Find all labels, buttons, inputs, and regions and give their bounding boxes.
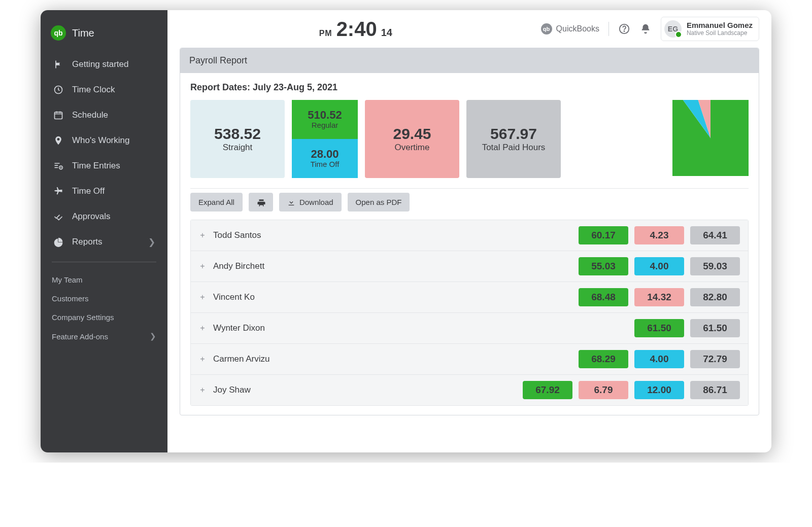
row-cells: 67.926.7912.0086.71 [523, 381, 740, 399]
flag-icon [53, 59, 64, 70]
content: Payroll Report Report Dates: July 23-Aug… [167, 48, 771, 428]
pin-icon [53, 135, 64, 146]
user-chip[interactable]: EG Emmanuel Gomez Native Soil Landscape [661, 17, 759, 41]
expand-row-icon[interactable]: + [199, 355, 206, 364]
sidebar-item-time-clock[interactable]: Time Clock [45, 78, 163, 101]
svg-point-4 [624, 31, 624, 31]
sidebar-sub-company-settings[interactable]: Company Settings [41, 308, 167, 327]
expand-all-button[interactable]: Expand All [190, 193, 243, 212]
cell-overtime: 4.23 [634, 226, 684, 244]
sidebar-sub-customers[interactable]: Customers [41, 289, 167, 308]
overtime-label: Overtime [395, 143, 430, 153]
user-name: Emmanuel Gomez [687, 21, 753, 29]
sidebar-item-time-off[interactable]: Time Off [45, 180, 163, 203]
summary-tiles: 538.52 Straight 510.52 Regular 28.00 [190, 100, 561, 178]
total-label: Total Paid Hours [482, 143, 546, 153]
cell-total: 82.80 [690, 288, 740, 306]
cell-timeoff: 4.00 [634, 350, 684, 368]
sidebar-item-label: Time Entries [72, 161, 120, 171]
notifications-icon[interactable] [639, 23, 652, 35]
cell-regular: 60.17 [579, 226, 628, 244]
expand-row-icon[interactable]: + [199, 385, 206, 395]
regular-value: 510.52 [308, 110, 342, 121]
panel-title: Payroll Report [180, 48, 759, 73]
expand-row-icon[interactable]: + [199, 324, 206, 333]
list-clock-icon [53, 160, 64, 171]
clock-seconds: 14 [381, 27, 392, 39]
table-row: +Joy Shaw67.926.7912.0086.71 [191, 374, 748, 405]
clock: PM 2:40 14 [319, 18, 392, 41]
cell-total: 59.03 [690, 257, 740, 275]
chevron-right-icon: ❯ [150, 332, 156, 341]
divider [190, 188, 749, 189]
print-icon [257, 198, 265, 206]
tile-straight: 538.52 Straight [190, 100, 285, 178]
sidebar-item-label: Schedule [72, 110, 108, 120]
row-name: Joy Shaw [213, 385, 251, 395]
sidebar-sub-label: Customers [52, 294, 89, 303]
row-cells: 68.4814.3282.80 [579, 288, 740, 306]
tile-regular: 510.52 Regular [292, 100, 358, 139]
cell-total: 86.71 [690, 381, 740, 399]
row-name: Carmen Arvizu [213, 354, 269, 364]
tile-timeoff: 28.00 Time Off [292, 139, 358, 178]
expand-row-icon[interactable]: + [199, 293, 206, 302]
total-value: 567.97 [490, 125, 537, 143]
sidebar: qb Time Getting startedTime ClockSchedul… [41, 10, 167, 452]
svg-point-8 [682, 109, 739, 167]
cell-timeoff: 4.00 [634, 257, 684, 275]
pie-chart [672, 100, 749, 176]
expand-row-icon[interactable]: + [199, 262, 206, 271]
quickbooks-link[interactable]: qb QuickBooks [541, 23, 599, 34]
download-button[interactable]: Download [279, 193, 342, 212]
quickbooks-icon: qb [541, 23, 552, 34]
nav-separator [52, 262, 156, 262]
plane-icon [53, 186, 64, 197]
topbar-divider [608, 22, 609, 36]
cell-regular: 68.29 [579, 350, 628, 368]
nav-main: Getting startedTime ClockScheduleWho's W… [41, 53, 167, 254]
cell-overtime: 14.32 [634, 288, 684, 306]
sidebar-sub-label: Company Settings [52, 313, 114, 322]
row-cells: 60.174.2364.41 [579, 226, 740, 244]
cell-total: 72.79 [690, 350, 740, 368]
report-panel: Payroll Report Report Dates: July 23-Aug… [180, 48, 759, 415]
sidebar-sub-label: Feature Add-ons [52, 332, 108, 341]
open-pdf-button[interactable]: Open as PDF [348, 193, 410, 212]
quickbooks-label: QuickBooks [556, 24, 599, 33]
regular-label: Regular [312, 121, 339, 129]
straight-value: 538.52 [214, 125, 261, 143]
cell-timeoff: 12.00 [634, 381, 684, 399]
sidebar-item-schedule[interactable]: Schedule [45, 103, 163, 127]
sidebar-item-who-s-working[interactable]: Who's Working [45, 129, 163, 152]
row-name: Andy Birchett [213, 261, 264, 271]
expand-row-icon[interactable]: + [199, 231, 206, 240]
row-name: Vincent Ko [213, 292, 255, 302]
table-row: +Andy Birchett55.034.0059.03 [191, 251, 748, 282]
presence-dot [675, 31, 682, 38]
brand-name: Time [72, 27, 94, 39]
brand-logo: qb [51, 25, 66, 41]
tile-regular-timeoff: 510.52 Regular 28.00 Time Off [292, 100, 358, 178]
report-dates: Report Dates: July 23-Aug 5, 2021 [190, 82, 749, 93]
sidebar-sub-label: My Team [52, 275, 83, 284]
sidebar-item-time-entries[interactable]: Time Entries [45, 154, 163, 178]
cell-regular: 68.48 [579, 288, 628, 306]
sidebar-item-reports[interactable]: Reports❯ [45, 230, 163, 254]
sidebar-item-getting-started[interactable]: Getting started [45, 53, 163, 76]
sidebar-item-approvals[interactable]: Approvals [45, 205, 163, 228]
straight-label: Straight [223, 143, 253, 153]
main: PM 2:40 14 qb QuickBooks EG Emmanuel Gom… [167, 10, 771, 452]
table-row: +Vincent Ko68.4814.3282.80 [191, 282, 748, 312]
sidebar-sub-feature-add-ons[interactable]: Feature Add-ons❯ [41, 327, 167, 346]
timeoff-label: Time Off [311, 160, 340, 168]
sidebar-sub-my-team[interactable]: My Team [41, 270, 167, 289]
chevron-right-icon: ❯ [148, 237, 155, 248]
sidebar-item-label: Time Off [72, 186, 105, 196]
calendar-icon [53, 110, 64, 121]
help-icon[interactable] [618, 23, 630, 35]
report-toolbar: Expand All Download Open as PDF [190, 193, 749, 212]
table-row: +Todd Santos60.174.2364.41 [191, 220, 748, 251]
cell-regular: 55.03 [579, 257, 628, 275]
print-button[interactable] [249, 193, 273, 212]
